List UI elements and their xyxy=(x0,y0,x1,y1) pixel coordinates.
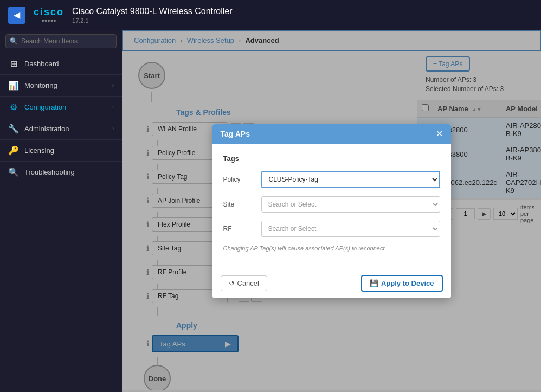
modal-select-wrap-policy: CLUS-Policy-Tag xyxy=(261,171,440,188)
cisco-logo: cisco ●●●●● xyxy=(34,7,64,23)
configuration-icon: ⚙ xyxy=(8,102,19,112)
modal-title: Tag APs xyxy=(221,130,250,138)
modal-label-policy: Policy xyxy=(223,176,261,183)
sidebar-label-administration: Administration xyxy=(24,125,107,133)
modal-row-rf: RF Search or Select xyxy=(223,221,440,237)
sidebar-item-dashboard[interactable]: ⊞ Dashboard xyxy=(0,53,122,75)
sidebar-item-monitoring[interactable]: 📊 Monitoring › xyxy=(0,75,122,97)
modal-body: Tags Policy CLUS-Policy-Tag Site xyxy=(212,144,451,268)
modal-close-button[interactable]: ✕ xyxy=(436,130,443,138)
sidebar-label-licensing: Licensing xyxy=(24,146,114,155)
sidebar-item-troubleshooting[interactable]: 🔍 Troubleshooting xyxy=(0,162,122,183)
tag-aps-modal: Tag APs ✕ Tags Policy CLUS-Policy-Tag xyxy=(212,124,451,298)
modal-row-policy: Policy CLUS-Policy-Tag xyxy=(223,171,440,188)
sidebar-label-configuration: Configuration xyxy=(24,103,107,111)
sidebar-label-troubleshooting: Troubleshooting xyxy=(24,168,114,176)
site-select[interactable]: Search or Select xyxy=(261,196,440,213)
modal-footer: ↺ Cancel 💾 Apply to Device xyxy=(212,268,451,298)
modal-header: Tag APs ✕ xyxy=(212,124,451,144)
policy-select[interactable]: CLUS-Policy-Tag xyxy=(261,171,440,188)
modal-section-tags-title: Tags xyxy=(223,155,440,163)
cancel-label: Cancel xyxy=(237,279,259,287)
rf-select[interactable]: Search or Select xyxy=(261,221,440,237)
modal-row-site: Site Search or Select xyxy=(223,196,440,213)
sidebar-item-administration[interactable]: 🔧 Administration › xyxy=(0,118,122,140)
modal-overlay: Tag APs ✕ Tags Policy CLUS-Policy-Tag xyxy=(122,30,541,392)
licensing-icon: 🔑 xyxy=(8,145,19,156)
app-version: 17.2.1 xyxy=(72,17,233,24)
apply-icon: 💾 xyxy=(370,279,378,287)
administration-icon: 🔧 xyxy=(8,124,19,134)
cisco-logo-sub: ●●●●● xyxy=(41,18,56,23)
modal-note: Changing AP Tag(s) will cause associated… xyxy=(223,245,440,252)
modal-label-rf: RF xyxy=(223,225,261,233)
monitoring-icon: 📊 xyxy=(8,80,19,91)
troubleshooting-icon: 🔍 xyxy=(8,167,19,177)
apply-label: Apply to Device xyxy=(381,279,434,287)
chevron-right-icon-2: › xyxy=(112,104,114,110)
sidebar-item-licensing[interactable]: 🔑 Licensing xyxy=(0,140,122,162)
apply-to-device-button[interactable]: 💾 Apply to Device xyxy=(361,275,443,292)
cancel-icon: ↺ xyxy=(229,279,235,287)
main-layout: 🔍 ⊞ Dashboard 📊 Monitoring › ⚙ Configura… xyxy=(0,30,541,392)
app-title-group: Cisco Catalyst 9800-L Wireless Controlle… xyxy=(72,7,233,24)
content-area: Configuration › Wireless Setup › Advance… xyxy=(122,30,541,392)
app-title: Cisco Catalyst 9800-L Wireless Controlle… xyxy=(72,7,233,16)
sidebar-label-monitoring: Monitoring xyxy=(24,81,107,89)
back-button[interactable]: ◀ xyxy=(8,7,25,24)
sidebar-search-container: 🔍 xyxy=(0,30,122,53)
app-header: ◀ cisco ●●●●● Cisco Catalyst 9800-L Wire… xyxy=(0,0,541,30)
sidebar-label-dashboard: Dashboard xyxy=(24,60,114,68)
sidebar-item-configuration[interactable]: ⚙ Configuration › xyxy=(0,97,122,118)
chevron-right-icon: › xyxy=(112,82,114,88)
modal-select-wrap-rf: Search or Select xyxy=(261,221,440,237)
search-icon: 🔍 xyxy=(10,37,18,45)
modal-label-site: Site xyxy=(223,201,261,208)
chevron-right-icon-3: › xyxy=(112,126,114,132)
sidebar: 🔍 ⊞ Dashboard 📊 Monitoring › ⚙ Configura… xyxy=(0,30,122,392)
dashboard-icon: ⊞ xyxy=(8,59,19,69)
cancel-button[interactable]: ↺ Cancel xyxy=(221,275,267,291)
search-input[interactable] xyxy=(5,34,117,48)
modal-select-wrap-site: Search or Select xyxy=(261,196,440,213)
cisco-logo-text: cisco xyxy=(34,7,64,18)
